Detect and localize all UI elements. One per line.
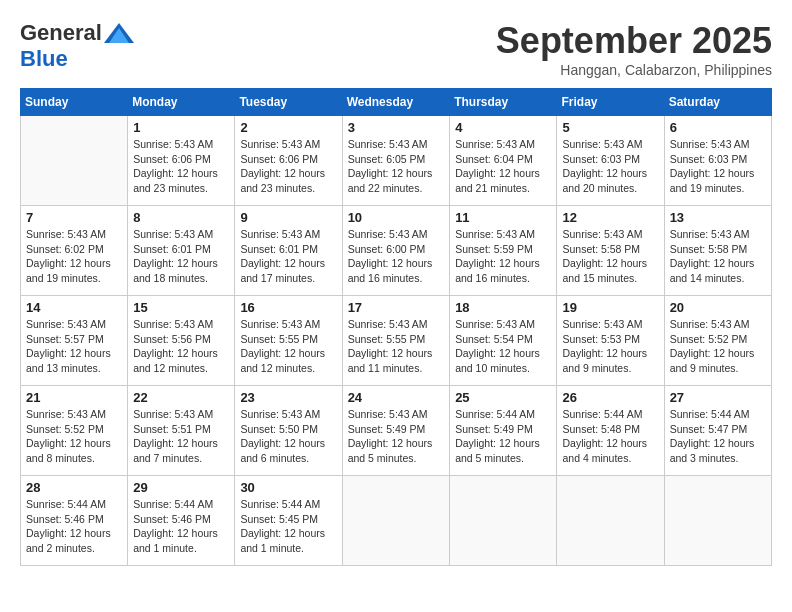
calendar-cell: 13Sunrise: 5:43 AM Sunset: 5:58 PM Dayli… xyxy=(664,206,771,296)
logo-blue-text: Blue xyxy=(20,46,68,72)
calendar-cell: 23Sunrise: 5:43 AM Sunset: 5:50 PM Dayli… xyxy=(235,386,342,476)
calendar-cell: 5Sunrise: 5:43 AM Sunset: 6:03 PM Daylig… xyxy=(557,116,664,206)
day-number: 29 xyxy=(133,480,229,495)
day-number: 8 xyxy=(133,210,229,225)
calendar-cell xyxy=(557,476,664,566)
calendar-cell: 29Sunrise: 5:44 AM Sunset: 5:46 PM Dayli… xyxy=(128,476,235,566)
calendar-cell: 30Sunrise: 5:44 AM Sunset: 5:45 PM Dayli… xyxy=(235,476,342,566)
logo-icon xyxy=(104,23,134,43)
calendar-cell: 22Sunrise: 5:43 AM Sunset: 5:51 PM Dayli… xyxy=(128,386,235,476)
day-number: 14 xyxy=(26,300,122,315)
column-header-friday: Friday xyxy=(557,89,664,116)
day-info: Sunrise: 5:43 AM Sunset: 5:59 PM Dayligh… xyxy=(455,227,551,286)
day-number: 28 xyxy=(26,480,122,495)
calendar-cell: 8Sunrise: 5:43 AM Sunset: 6:01 PM Daylig… xyxy=(128,206,235,296)
logo: General Blue xyxy=(20,20,134,72)
calendar-cell: 4Sunrise: 5:43 AM Sunset: 6:04 PM Daylig… xyxy=(450,116,557,206)
day-number: 9 xyxy=(240,210,336,225)
calendar-cell: 17Sunrise: 5:43 AM Sunset: 5:55 PM Dayli… xyxy=(342,296,450,386)
day-info: Sunrise: 5:44 AM Sunset: 5:46 PM Dayligh… xyxy=(26,497,122,556)
day-info: Sunrise: 5:43 AM Sunset: 5:53 PM Dayligh… xyxy=(562,317,658,376)
logo-general-text: General xyxy=(20,20,102,46)
day-info: Sunrise: 5:44 AM Sunset: 5:46 PM Dayligh… xyxy=(133,497,229,556)
day-number: 23 xyxy=(240,390,336,405)
day-info: Sunrise: 5:43 AM Sunset: 6:05 PM Dayligh… xyxy=(348,137,445,196)
calendar-cell: 15Sunrise: 5:43 AM Sunset: 5:56 PM Dayli… xyxy=(128,296,235,386)
day-info: Sunrise: 5:43 AM Sunset: 6:03 PM Dayligh… xyxy=(670,137,766,196)
column-header-monday: Monday xyxy=(128,89,235,116)
day-number: 13 xyxy=(670,210,766,225)
day-number: 20 xyxy=(670,300,766,315)
calendar-cell: 27Sunrise: 5:44 AM Sunset: 5:47 PM Dayli… xyxy=(664,386,771,476)
day-number: 16 xyxy=(240,300,336,315)
column-header-wednesday: Wednesday xyxy=(342,89,450,116)
day-number: 24 xyxy=(348,390,445,405)
day-number: 4 xyxy=(455,120,551,135)
month-title: September 2025 xyxy=(496,20,772,62)
day-info: Sunrise: 5:43 AM Sunset: 6:01 PM Dayligh… xyxy=(133,227,229,286)
day-number: 2 xyxy=(240,120,336,135)
calendar-cell: 6Sunrise: 5:43 AM Sunset: 6:03 PM Daylig… xyxy=(664,116,771,206)
day-info: Sunrise: 5:44 AM Sunset: 5:48 PM Dayligh… xyxy=(562,407,658,466)
day-number: 1 xyxy=(133,120,229,135)
day-info: Sunrise: 5:43 AM Sunset: 6:01 PM Dayligh… xyxy=(240,227,336,286)
day-info: Sunrise: 5:43 AM Sunset: 5:54 PM Dayligh… xyxy=(455,317,551,376)
column-header-thursday: Thursday xyxy=(450,89,557,116)
calendar-header-row: SundayMondayTuesdayWednesdayThursdayFrid… xyxy=(21,89,772,116)
day-number: 26 xyxy=(562,390,658,405)
column-header-saturday: Saturday xyxy=(664,89,771,116)
calendar-cell: 7Sunrise: 5:43 AM Sunset: 6:02 PM Daylig… xyxy=(21,206,128,296)
column-header-sunday: Sunday xyxy=(21,89,128,116)
day-info: Sunrise: 5:43 AM Sunset: 6:00 PM Dayligh… xyxy=(348,227,445,286)
calendar-cell xyxy=(21,116,128,206)
day-number: 25 xyxy=(455,390,551,405)
calendar-cell: 1Sunrise: 5:43 AM Sunset: 6:06 PM Daylig… xyxy=(128,116,235,206)
title-section: September 2025 Hanggan, Calabarzon, Phil… xyxy=(496,20,772,78)
calendar-cell: 3Sunrise: 5:43 AM Sunset: 6:05 PM Daylig… xyxy=(342,116,450,206)
calendar-cell: 26Sunrise: 5:44 AM Sunset: 5:48 PM Dayli… xyxy=(557,386,664,476)
calendar-cell: 10Sunrise: 5:43 AM Sunset: 6:00 PM Dayli… xyxy=(342,206,450,296)
day-info: Sunrise: 5:43 AM Sunset: 5:52 PM Dayligh… xyxy=(26,407,122,466)
day-number: 30 xyxy=(240,480,336,495)
day-info: Sunrise: 5:43 AM Sunset: 5:57 PM Dayligh… xyxy=(26,317,122,376)
week-row-2: 7Sunrise: 5:43 AM Sunset: 6:02 PM Daylig… xyxy=(21,206,772,296)
calendar-cell: 28Sunrise: 5:44 AM Sunset: 5:46 PM Dayli… xyxy=(21,476,128,566)
calendar-cell: 20Sunrise: 5:43 AM Sunset: 5:52 PM Dayli… xyxy=(664,296,771,386)
week-row-4: 21Sunrise: 5:43 AM Sunset: 5:52 PM Dayli… xyxy=(21,386,772,476)
day-number: 15 xyxy=(133,300,229,315)
calendar-cell: 19Sunrise: 5:43 AM Sunset: 5:53 PM Dayli… xyxy=(557,296,664,386)
calendar-cell: 9Sunrise: 5:43 AM Sunset: 6:01 PM Daylig… xyxy=(235,206,342,296)
day-number: 27 xyxy=(670,390,766,405)
day-number: 6 xyxy=(670,120,766,135)
day-number: 12 xyxy=(562,210,658,225)
calendar-cell: 25Sunrise: 5:44 AM Sunset: 5:49 PM Dayli… xyxy=(450,386,557,476)
day-info: Sunrise: 5:43 AM Sunset: 6:02 PM Dayligh… xyxy=(26,227,122,286)
day-number: 17 xyxy=(348,300,445,315)
day-number: 18 xyxy=(455,300,551,315)
location-subtitle: Hanggan, Calabarzon, Philippines xyxy=(496,62,772,78)
day-info: Sunrise: 5:43 AM Sunset: 5:55 PM Dayligh… xyxy=(348,317,445,376)
day-info: Sunrise: 5:43 AM Sunset: 6:04 PM Dayligh… xyxy=(455,137,551,196)
column-header-tuesday: Tuesday xyxy=(235,89,342,116)
day-number: 7 xyxy=(26,210,122,225)
day-info: Sunrise: 5:43 AM Sunset: 5:55 PM Dayligh… xyxy=(240,317,336,376)
day-number: 21 xyxy=(26,390,122,405)
day-number: 22 xyxy=(133,390,229,405)
calendar-cell xyxy=(664,476,771,566)
calendar-cell: 11Sunrise: 5:43 AM Sunset: 5:59 PM Dayli… xyxy=(450,206,557,296)
day-info: Sunrise: 5:43 AM Sunset: 5:49 PM Dayligh… xyxy=(348,407,445,466)
day-info: Sunrise: 5:43 AM Sunset: 5:50 PM Dayligh… xyxy=(240,407,336,466)
day-number: 5 xyxy=(562,120,658,135)
day-info: Sunrise: 5:43 AM Sunset: 6:03 PM Dayligh… xyxy=(562,137,658,196)
day-info: Sunrise: 5:43 AM Sunset: 5:52 PM Dayligh… xyxy=(670,317,766,376)
calendar-cell: 18Sunrise: 5:43 AM Sunset: 5:54 PM Dayli… xyxy=(450,296,557,386)
day-info: Sunrise: 5:43 AM Sunset: 6:06 PM Dayligh… xyxy=(240,137,336,196)
page-header: General Blue September 2025 Hanggan, Cal… xyxy=(20,20,772,78)
calendar-cell: 21Sunrise: 5:43 AM Sunset: 5:52 PM Dayli… xyxy=(21,386,128,476)
day-info: Sunrise: 5:44 AM Sunset: 5:47 PM Dayligh… xyxy=(670,407,766,466)
calendar-cell: 12Sunrise: 5:43 AM Sunset: 5:58 PM Dayli… xyxy=(557,206,664,296)
day-info: Sunrise: 5:43 AM Sunset: 6:06 PM Dayligh… xyxy=(133,137,229,196)
calendar-cell: 2Sunrise: 5:43 AM Sunset: 6:06 PM Daylig… xyxy=(235,116,342,206)
calendar-cell xyxy=(450,476,557,566)
day-number: 10 xyxy=(348,210,445,225)
